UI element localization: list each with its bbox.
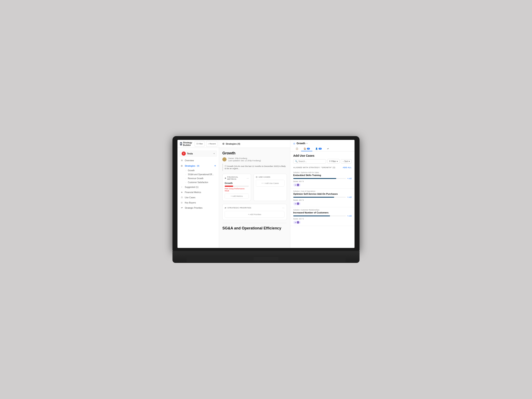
laptop-wrapper: ⊞ Strategy Builder ⧖ Filter ↕ Recent: [172, 136, 360, 263]
filter-button[interactable]: ⧖ Filter: [195, 141, 204, 147]
use-cases-card-icon: ⊡: [256, 176, 258, 178]
uc-tag-icon-2: ⊞: [295, 203, 296, 205]
financial-metrics-card: ◈ FINANCIAL METRICS ··· Growth Peer Grou…: [222, 174, 251, 201]
search-icon: 🔍: [295, 160, 298, 163]
financial-card-menu[interactable]: ···: [247, 177, 249, 180]
strategy-meta-growth: Owner: Filip Forsberg Last updated: Dec …: [222, 157, 287, 162]
metric-bar: [225, 186, 249, 187]
app-title-bar: ⊞ Strategy Builder: [180, 141, 193, 146]
panel-tab-compare[interactable]: ⇄: [325, 146, 331, 151]
filter-chevron-icon: ▾: [337, 160, 338, 163]
avatar-growth: [222, 157, 227, 161]
sort-chevron-icon: ▾: [349, 160, 350, 163]
suggested-icon: ↕: [180, 186, 183, 188]
use-case-score-1: Score: 4.8 / 5: [293, 180, 352, 183]
growth-dot-icon: ◦: [185, 170, 187, 171]
sort-icon: ↕: [343, 160, 344, 163]
uc-tag-2: ⊞ 1: [293, 202, 301, 205]
sub-nav-growth[interactable]: ◦ Growth: [183, 169, 219, 172]
uc-tag-num-3: 1: [297, 221, 299, 224]
growth-title-chevron-icon: ▾: [306, 142, 308, 145]
use-cases-card: ⊡ USE CASES + + Add Use Cases: [253, 174, 287, 201]
sidebar-item-overview[interactable]: ⊞ Overview: [177, 158, 219, 163]
strategy-title-sga: SG&A and Operational Efficiency: [222, 226, 287, 230]
top-bar: ⊞ Strategy Builder ⧖ Filter ↕ Recent: [177, 140, 219, 148]
add-use-cases-panel-title: Add Use Cases: [290, 152, 355, 159]
strategies-header-icon: ◎: [222, 142, 224, 145]
uc-tag-icon-3: ⊞: [295, 222, 296, 223]
revenue-dot-icon: ◦: [185, 178, 187, 179]
add-to-strategy-1[interactable]: + Add: [347, 177, 352, 180]
sidebar-item-use-cases[interactable]: ⊡ Use Cases: [177, 195, 219, 200]
panel-tab-user[interactable]: 👤 5: [313, 146, 324, 151]
laptop-base: [172, 253, 360, 263]
use-case-name-2: Optimize Self-Service Add-On Purchases: [293, 193, 352, 195]
add-priorities-button[interactable]: + Add Priorities: [225, 211, 285, 218]
add-strategy-button[interactable]: +: [214, 164, 216, 167]
sub-nav-revenue[interactable]: ◦ Revenue Growth: [183, 177, 219, 180]
screen-bezel: ⊞ Strategy Builder ⧖ Filter ↕ Recent: [172, 136, 360, 251]
use-cases-icon: ⊡: [180, 196, 183, 199]
strategy-note-growth: ☐ Growth (18.4% over the last 12 months …: [222, 164, 287, 171]
right-panel-top: ◎ Growth ▾: [293, 142, 352, 145]
recent-button[interactable]: ↕ Recent: [206, 141, 217, 147]
screen: ⊞ Strategy Builder ⧖ Filter ↕ Recent: [177, 140, 355, 248]
strategy-title-growth: Growth: [222, 151, 287, 155]
add-to-strategy-2[interactable]: + Add: [347, 196, 352, 198]
sga-dot-icon: ◦: [185, 174, 187, 175]
sidebar-item-strategies[interactable]: ◎ Strategies (4) +: [177, 163, 219, 169]
uc-bar-bg-1: [293, 178, 346, 179]
overview-icon: ⊞: [180, 159, 183, 162]
use-cases-sort-button[interactable]: ↕ Sort ▾: [341, 159, 352, 164]
uc-tag-num-1: 1: [297, 184, 299, 186]
strategies-count-header: ◎ Strategies (4): [222, 142, 240, 145]
strategies-sub-nav: ◦ Growth ◦ SG&A and Operational Eff... ◦…: [177, 169, 219, 184]
use-case-score-2: Score: 4.8 / 5: [293, 199, 352, 201]
owner-label-growth: Owner: Filip Forsberg: [228, 157, 261, 159]
growth-strategy-section: Growth Owner: Filip Forsberg Last update…: [222, 151, 287, 220]
strategic-icon-card: ⇄: [225, 207, 227, 209]
sub-nav-sga[interactable]: ◦ SG&A and Operational Eff...: [183, 172, 219, 177]
growth-panel-title: Growth: [297, 142, 305, 145]
filter-icon-uc: ⧖: [329, 160, 331, 163]
tab-user-badge: 5: [319, 148, 322, 150]
tab-home-icon: 🏠: [304, 147, 306, 150]
add-to-strategy-3[interactable]: + Add: [347, 215, 352, 217]
sidebar-item-key-buyers[interactable]: ◎ Key Buyers: [177, 200, 219, 205]
financial-card-icon: ◈: [225, 177, 226, 179]
uc-tag-3: ⊞ 1: [293, 221, 301, 224]
app-icon: ⊞: [180, 142, 182, 146]
company-selector[interactable]: T Tesla ▾: [179, 150, 217, 157]
sidebar-item-strategic[interactable]: ⇄ Strategic Priorities: [177, 205, 219, 210]
use-cases-card-header: ⊡ USE CASES: [256, 176, 285, 178]
use-case-solution-3: Solution: Customer Relationships: [293, 209, 352, 211]
uc-bar-bg-2: [293, 197, 346, 198]
uc-bar-bg-3: [293, 215, 346, 216]
use-cases-filter-button[interactable]: ⧖ Filter ▾: [327, 159, 339, 164]
app-title: Strategy Builder: [183, 141, 194, 146]
main-header: ◎ Strategies (4): [219, 140, 290, 148]
search-input[interactable]: 🔍 Search...: [293, 159, 326, 164]
metric-peer-label: Peer Group Performance: Weak: [225, 188, 249, 192]
key-buyers-icon: ◎: [180, 201, 183, 204]
recent-icon: ↕: [208, 143, 209, 145]
uc-tag-icon-1: ⊞: [295, 184, 296, 186]
add-use-cases-button[interactable]: + + Add Use Cases: [256, 180, 285, 187]
updated-label-growth: Last updated: Dec 12 (Filip Forsberg): [228, 159, 261, 162]
add-metrics-button[interactable]: + Add Metrics: [225, 193, 249, 199]
right-panel-header: ◎ Growth ▾ 📋 🏠 3 👤: [290, 140, 355, 152]
sidebar-item-financial[interactable]: ◈ Financial Metrics: [177, 190, 219, 195]
panel-tab-home[interactable]: 🏠 3: [301, 146, 312, 151]
sidebar-item-suggested[interactable]: ↕ Suggested (1): [177, 184, 219, 190]
add-all-button[interactable]: Add All: [343, 166, 352, 169]
panel-tab-list[interactable]: 📋: [293, 146, 301, 151]
strategic-card-menu[interactable]: ···: [282, 206, 285, 209]
company-chevron-icon: ▾: [214, 152, 215, 155]
financial-card-header: ◈ FINANCIAL METRICS ···: [225, 176, 249, 180]
keyboard-area: [187, 256, 346, 262]
panel-tabs: 📋 🏠 3 👤 5 ⇄: [293, 146, 352, 151]
strategic-priorities-header: ⇄ STRATEGIC PRIORITIES ···: [225, 206, 285, 209]
sub-nav-customer[interactable]: ◦ Customer Satisfaction: [183, 180, 219, 184]
customer-dot-icon: ◦: [185, 182, 187, 183]
use-case-bar-row-2: + Add: [293, 196, 352, 198]
